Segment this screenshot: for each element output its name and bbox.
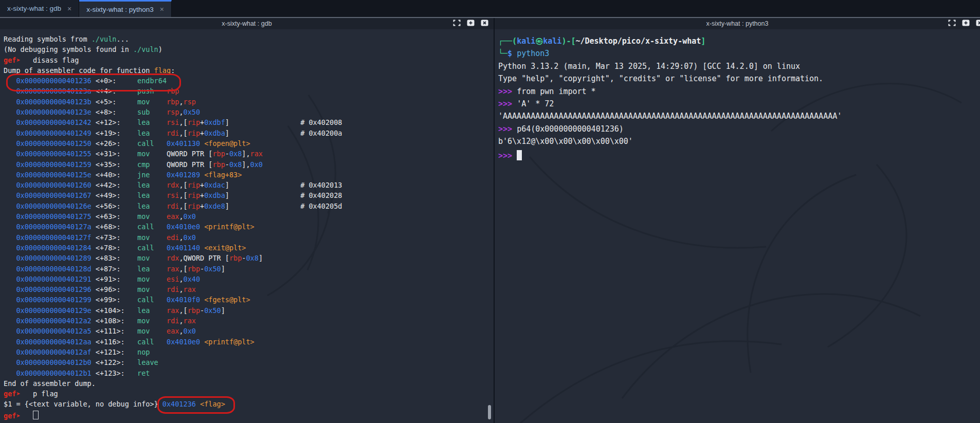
terminal-line: 'AAAAAAAAAAAAAAAAAAAAAAAAAAAAAAAAAAAAAAA… xyxy=(498,110,980,122)
terminal-line: >>> p64(0x0000000000401236) xyxy=(498,123,980,135)
gdb-pane-titlebar: x-sixty-what : gdb xyxy=(0,18,494,29)
terminal-line: 0x0000000000401250 <+26>: call 0x401130 … xyxy=(4,138,494,149)
tab-close-icon[interactable]: × xyxy=(67,5,71,12)
close-terminal-icon[interactable] xyxy=(481,20,488,26)
tab-python3[interactable]: x-sixty-what : python3 × xyxy=(79,0,172,17)
terminal-line: >>> 'A' * 72 xyxy=(498,98,980,110)
terminal-line: 0x000000000040128d <+87>: lea rax,[rbp-0… xyxy=(4,264,494,274)
terminal-line: 0x0000000000401236 <+0>: endbr64 xyxy=(4,76,494,86)
terminal-window: x-sixty-what : gdb × x-sixty-what : pyth… xyxy=(0,0,980,423)
terminal-line: 0x00000000004012af <+121>: nop xyxy=(4,347,494,357)
terminal-line: 0x0000000000401296 <+96>: mov rdi,rax xyxy=(4,284,494,295)
close-terminal-icon[interactable] xyxy=(976,20,980,26)
terminal-line: 0x0000000000401249 <+19>: lea rdi,[rip+0… xyxy=(4,128,494,138)
maximize-icon[interactable] xyxy=(948,20,956,26)
terminal-line: gef➤ xyxy=(4,410,494,421)
terminal-line: 0x0000000000401267 <+49>: lea rsi,[rip+0… xyxy=(4,190,494,200)
terminal-line: $1 = {<text variable, no debug info>} 0x… xyxy=(4,399,494,409)
terminal-line: 0x000000000040123a <+4>: push rbp xyxy=(4,86,494,96)
terminal-line: End of assembler dump. xyxy=(4,378,494,389)
terminal-line: 0x0000000000401255 <+31>: mov QWORD PTR … xyxy=(4,149,494,159)
terminal-line: 0x000000000040126e <+56>: lea rdi,[rip+0… xyxy=(4,201,494,211)
python-pane-titlebar: x-sixty-what : python3 xyxy=(495,18,980,29)
tab-gdb-label: x-sixty-what : gdb xyxy=(7,5,61,12)
gdb-pane-buttons xyxy=(453,20,488,26)
cursor xyxy=(33,411,39,419)
terminal-line: Type "help", "copyright", "credits" or "… xyxy=(498,72,980,85)
gdb-terminal[interactable]: Reading symbols from ./vuln...(No debugg… xyxy=(0,29,494,423)
terminal-line: 0x000000000040123e <+8>: sub rsp,0x50 xyxy=(4,107,494,117)
terminal-line: >>> from pwn import * xyxy=(498,85,980,98)
terminal-line: gef➤ p flag xyxy=(4,389,494,399)
python-terminal[interactable]: ┌──(kali㉿kali)-[~/Desktop/pico/x-sixty-w… xyxy=(495,29,980,423)
terminal-line: 0x0000000000401289 <+83>: mov rdx,QWORD … xyxy=(4,253,494,263)
terminal-line: 0x0000000000401260 <+42>: lea rdx,[rip+0… xyxy=(4,180,494,190)
terminal-line: Dump of assembler code for function flag… xyxy=(4,65,494,76)
terminal-line: └─$ python3 xyxy=(498,47,980,60)
terminal-line: 0x00000000004012b0 <+122>: leave xyxy=(4,357,494,367)
terminal-line: >>> xyxy=(498,148,980,162)
tab-gdb[interactable]: x-sixty-what : gdb × xyxy=(0,0,79,17)
scrollbar-thumb[interactable] xyxy=(488,405,491,419)
terminal-line: (No debugging symbols found in ./vuln) xyxy=(4,44,494,54)
terminal-line: 0x000000000040129e <+104>: lea rax,[rbp-… xyxy=(4,305,494,316)
terminal-line: b'6\x12@\x00\x00\x00\x00\x00' xyxy=(498,135,980,148)
add-terminal-icon[interactable] xyxy=(962,20,970,26)
terminal-line: 0x000000000040127a <+68>: call 0x4010e0 … xyxy=(4,222,494,232)
maximize-icon[interactable] xyxy=(453,20,461,26)
terminal-line: ┌──(kali㉿kali)-[~/Desktop/pico/x-sixty-w… xyxy=(498,35,980,47)
terminal-line: 0x000000000040125e <+40>: jne 0x401289 <… xyxy=(4,170,494,180)
terminal-line: Reading symbols from ./vuln... xyxy=(4,34,494,44)
terminal-line: 0x000000000040127f <+73>: mov edi,0x0 xyxy=(4,232,494,243)
python-pane-buttons xyxy=(948,20,980,26)
terminal-line: 0x00000000004012aa <+116>: call 0x4010e0… xyxy=(4,337,494,347)
split-panes: x-sixty-what : gdb Reading symbols fro xyxy=(0,17,980,423)
add-terminal-icon[interactable] xyxy=(467,20,475,26)
tab-python3-label: x-sixty-what : python3 xyxy=(86,6,154,13)
gdb-pane: x-sixty-what : gdb Reading symbols fro xyxy=(0,18,494,423)
gdb-pane-title: x-sixty-what : gdb xyxy=(222,20,271,27)
terminal-line: 0x000000000040123b <+5>: mov rbp,rsp xyxy=(4,97,494,107)
terminal-line: 0x0000000000401284 <+78>: call 0x401140 … xyxy=(4,243,494,253)
python-pane-title: x-sixty-what : python3 xyxy=(706,20,769,27)
terminal-line: 0x0000000000401291 <+91>: mov esi,0x40 xyxy=(4,274,494,284)
terminal-line: 0x00000000004012a2 <+108>: mov rdi,rax xyxy=(4,316,494,326)
terminal-line: 0x0000000000401259 <+35>: cmp QWORD PTR … xyxy=(4,159,494,170)
terminal-line: 0x0000000000401275 <+63>: mov eax,0x0 xyxy=(4,211,494,222)
tab-close-icon[interactable]: × xyxy=(160,6,164,13)
cursor xyxy=(517,150,522,160)
terminal-line: gef➤ disass flag xyxy=(4,55,494,65)
terminal-line: 0x00000000004012b1 <+123>: ret xyxy=(4,368,494,378)
python-pane: x-sixty-what : python3 ┌──(kali㉿kali)- xyxy=(495,18,980,423)
terminal-line: 0x0000000000401242 <+12>: lea rsi,[rip+0… xyxy=(4,117,494,127)
terminal-line: 0x00000000004012a5 <+111>: mov eax,0x0 xyxy=(4,326,494,336)
tab-bar: x-sixty-what : gdb × x-sixty-what : pyth… xyxy=(0,0,980,17)
terminal-line: 0x0000000000401299 <+99>: call 0x4010f0 … xyxy=(4,295,494,305)
terminal-line: Python 3.13.2 (main, Mar 13 2025, 14:29:… xyxy=(498,60,980,72)
